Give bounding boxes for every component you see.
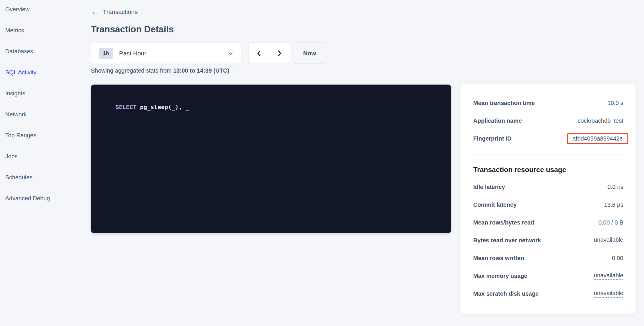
- stats-range: 13:00 to 14:39 (UTC): [173, 67, 229, 74]
- detail-value: 0.0 ns: [608, 184, 623, 190]
- unavailable-value[interactable]: unavailable: [594, 236, 623, 244]
- detail-value: 0.00 / 0 B: [598, 219, 623, 226]
- detail-value: 10.0 s: [608, 100, 623, 106]
- row-max-memory-usage: Max memory usage unavailable: [473, 267, 623, 285]
- row-mean-rows-written: Mean rows written 0.00: [473, 249, 623, 267]
- sidebar-item-overview[interactable]: Overview: [5, 0, 87, 20]
- detail-label: Fingerprint ID: [473, 135, 511, 142]
- detail-label: Mean rows/bytes read: [473, 219, 534, 226]
- summary-rows: Mean transaction time 10.0 s Application…: [473, 94, 623, 148]
- main-content: ← Transactions Transaction Details 1h Pa…: [91, 0, 452, 233]
- detail-label: Mean transaction time: [473, 100, 535, 106]
- row-bytes-read-over-network: Bytes read over network unavailable: [473, 232, 623, 249]
- row-commit-latency: Commit latency 13.8 µs: [473, 196, 623, 214]
- next-time-button[interactable]: [269, 43, 290, 64]
- breadcrumb[interactable]: ← Transactions: [91, 8, 138, 15]
- detail-value: 0.00: [612, 255, 623, 262]
- chevron-down-icon: [227, 50, 234, 57]
- detail-label: Commit latency: [473, 201, 517, 208]
- sql-statement-text: pg_sleep(_), _: [136, 104, 189, 111]
- sidebar-item-sql-activity[interactable]: SQL Activity: [5, 62, 87, 83]
- sql-keyword: SELECT: [115, 104, 136, 111]
- breadcrumb-label[interactable]: Transactions: [103, 8, 138, 15]
- chevron-right-icon: [276, 50, 283, 57]
- sidebar: Overview Metrics Databases SQL Activity …: [5, 0, 87, 209]
- sidebar-item-databases[interactable]: Databases: [5, 41, 87, 62]
- stats-summary: Showing aggregated stats from 13:00 to 1…: [91, 67, 452, 74]
- detail-label: Max scratch disk usage: [473, 290, 539, 297]
- detail-value: cockroachdb_test: [578, 118, 623, 124]
- time-range-dropdown[interactable]: 1h Past Hour: [91, 43, 241, 64]
- sql-statement-box: SELECT pg_sleep(_), _: [91, 85, 451, 233]
- resource-usage-rows: Idle latency 0.0 ns Commit latency 13.8 …: [473, 178, 623, 303]
- chevron-left-icon: [256, 50, 263, 57]
- sidebar-item-top-ranges[interactable]: Top Ranges: [5, 125, 87, 146]
- unavailable-value[interactable]: unavailable: [594, 272, 623, 280]
- page-title: Transaction Details: [91, 24, 452, 35]
- card-divider: [473, 155, 623, 155]
- fingerprint-id-value: afdd4059a899442e: [567, 133, 628, 144]
- detail-label: Mean rows written: [473, 255, 524, 262]
- resource-usage-heading: Transaction resource usage: [473, 166, 623, 174]
- interval-badge: 1h: [99, 48, 113, 59]
- row-mean-rows-bytes-read: Mean rows/bytes read 0.00 / 0 B: [473, 214, 623, 232]
- stats-prefix: Showing aggregated stats from: [91, 67, 173, 74]
- sidebar-item-metrics[interactable]: Metrics: [5, 20, 87, 41]
- previous-time-button[interactable]: [249, 43, 269, 64]
- unavailable-value[interactable]: unavailable: [594, 290, 623, 298]
- sidebar-item-schedules[interactable]: Schedules: [5, 167, 87, 188]
- detail-label: Bytes read over network: [473, 237, 541, 244]
- time-range-label: Past Hour: [119, 50, 146, 57]
- transaction-details-card: Mean transaction time 10.0 s Application…: [460, 84, 636, 314]
- detail-label: Max memory usage: [473, 273, 527, 279]
- detail-label: Application name: [473, 118, 522, 124]
- row-idle-latency: Idle latency 0.0 ns: [473, 178, 623, 196]
- row-fingerprint-id: Fingerprint ID afdd4059a899442e: [473, 130, 623, 148]
- sidebar-item-advanced-debug[interactable]: Advanced Debug: [5, 188, 87, 209]
- sidebar-item-jobs[interactable]: Jobs: [5, 146, 87, 167]
- now-button[interactable]: Now: [294, 43, 325, 64]
- back-arrow-icon[interactable]: ←: [91, 8, 98, 15]
- time-controls: 1h Past Hour Now: [91, 43, 452, 64]
- row-mean-transaction-time: Mean transaction time 10.0 s: [473, 94, 623, 112]
- time-step-button-group: [249, 43, 290, 64]
- row-application-name: Application name cockroachdb_test: [473, 112, 623, 130]
- sidebar-item-insights[interactable]: Insights: [5, 83, 87, 104]
- detail-value: 13.8 µs: [604, 201, 623, 208]
- row-max-scratch-disk-usage: Max scratch disk usage unavailable: [473, 285, 623, 303]
- detail-label: Idle latency: [473, 184, 505, 190]
- sidebar-item-network[interactable]: Network: [5, 104, 87, 125]
